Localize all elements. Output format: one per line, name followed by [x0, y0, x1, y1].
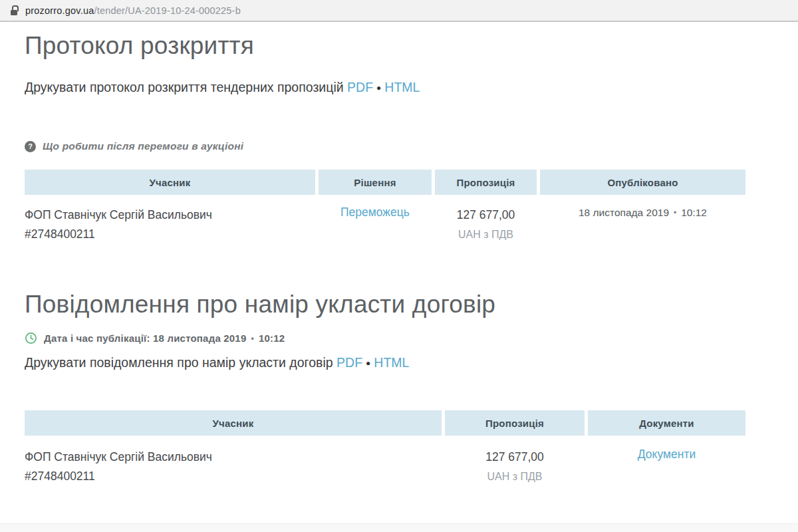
- published-date: 18 листопада 2019: [579, 207, 669, 218]
- help-link[interactable]: ? Що робити після перемоги в аукціоні: [25, 140, 746, 152]
- clock-icon: [25, 332, 37, 344]
- participant-cell: ФОП Ставнічук Сергій Васильович #2748400…: [25, 436, 442, 503]
- proposal-amount: 127 677,00: [435, 205, 537, 225]
- proposal-currency: UAH з ПДВ: [445, 467, 585, 486]
- publication-date: 18 листопада 2019: [153, 332, 246, 344]
- documents-link[interactable]: Документи: [638, 448, 696, 461]
- help-link-label: Що робити після перемоги в аукціоні: [43, 140, 243, 152]
- page: prozorro.gov.ua/tender/UA-2019-10-24-000…: [0, 0, 798, 532]
- publication-datetime-line: Дата і час публікації: 18 листопада 2019…: [25, 332, 746, 344]
- question-circle-icon: ?: [25, 141, 36, 152]
- published-dot: •: [674, 208, 676, 217]
- intent-pdf-link[interactable]: PDF: [336, 355, 362, 370]
- protocol-html-link[interactable]: HTML: [384, 80, 420, 94]
- documents-cell: Документи: [588, 436, 745, 503]
- proposal-cell: 127 677,00 UAH з ПДВ: [445, 436, 585, 503]
- participant-cell: ФОП Ставнічук Сергій Васильович #2748400…: [25, 195, 315, 261]
- url-path: /tender/UA-2019-10-24-000225-b: [94, 5, 240, 16]
- proposal-cell: 127 677,00 UAH з ПДВ: [435, 195, 537, 261]
- intent-col-proposal: Пропозиція: [445, 410, 585, 436]
- links-separator-dot: ●: [366, 358, 370, 368]
- published-cell: 18 листопада 2019•10:12: [540, 195, 745, 261]
- disclosure-table: Учасник Рішення Пропозиція Опубліковано …: [25, 170, 746, 261]
- participant-code: #2748400211: [25, 467, 442, 486]
- bottom-edge-strip: [0, 523, 798, 532]
- url-domain: prozorro.gov.ua: [25, 5, 94, 16]
- disclosure-col-participant: Учасник: [25, 170, 315, 195]
- intent-print-line: Друкувати повідомлення про намір укласти…: [25, 354, 746, 373]
- disclosure-col-decision: Рішення: [319, 170, 432, 195]
- participant-name: ФОП Ставнічук Сергій Васильович: [25, 448, 442, 467]
- decision-winner-link[interactable]: Переможець: [340, 205, 410, 219]
- question-mark-glyph: ?: [28, 142, 33, 150]
- disclosure-col-published: Опубліковано: [540, 170, 745, 195]
- intent-print-label: Друкувати повідомлення про намір укласти…: [25, 355, 333, 370]
- intent-section-title: Повідомлення про намір укласти договір: [25, 289, 746, 320]
- intent-col-documents: Документи: [588, 410, 745, 436]
- disclosure-col-proposal: Пропозиція: [435, 170, 537, 195]
- participant-code: #2748400211: [25, 225, 315, 244]
- links-separator-dot: ●: [376, 83, 381, 92]
- publication-dot: •: [251, 334, 253, 343]
- intent-col-participant: Учасник: [25, 410, 442, 436]
- browser-address-bar[interactable]: prozorro.gov.ua/tender/UA-2019-10-24-000…: [0, 0, 798, 22]
- decision-cell: Переможець: [319, 195, 432, 261]
- lock-icon-body: [11, 10, 17, 15]
- participant-name: ФОП Ставнічук Сергій Васильович: [25, 205, 315, 225]
- protocol-print-line: Друкувати протокол розкриття тендерних п…: [25, 78, 746, 98]
- protocol-pdf-link[interactable]: PDF: [347, 80, 373, 94]
- lock-icon[interactable]: [10, 5, 18, 16]
- main-content: Протокол розкриття Друкувати протокол ро…: [25, 31, 746, 503]
- proposal-amount: 127 677,00: [445, 448, 585, 467]
- publication-label: Дата і час публікації:: [44, 332, 150, 344]
- protocol-section-title: Протокол розкриття: [25, 31, 746, 61]
- protocol-print-label: Друкувати протокол розкриття тендерних п…: [25, 80, 344, 94]
- url-text: prozorro.gov.ua/tender/UA-2019-10-24-000…: [25, 5, 241, 16]
- intent-table: Учасник Пропозиція Документи ФОП Ставніч…: [25, 410, 746, 503]
- intent-html-link[interactable]: HTML: [374, 355, 409, 370]
- proposal-currency: UAH з ПДВ: [435, 225, 537, 244]
- publication-datetime-text: Дата і час публікації: 18 листопада 2019…: [44, 332, 285, 344]
- published-time: 10:12: [681, 207, 707, 218]
- publication-time: 10:12: [259, 332, 285, 344]
